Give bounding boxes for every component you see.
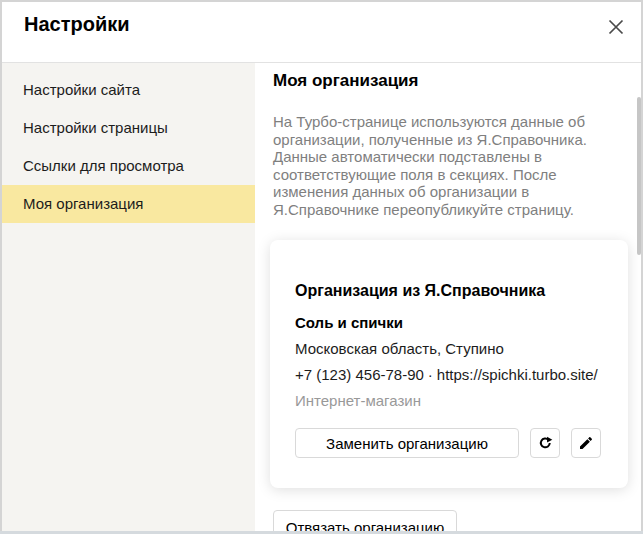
page-title: Моя организация [255, 63, 643, 92]
organization-contact: +7 (123) 456-78-90·https://spichki.turbo… [295, 366, 604, 383]
refresh-button[interactable] [530, 428, 560, 458]
description-text: На Турбо-странице используются данные об… [273, 113, 599, 218]
sidebar-item-preview-links[interactable]: Ссылки для просмотра [0, 147, 255, 185]
organization-name: Соль и спички [295, 314, 604, 331]
dialog-title: Настройки [24, 13, 130, 36]
scrollbar-thumb[interactable] [637, 97, 641, 255]
sidebar-item-site-settings[interactable]: Настройки сайта [0, 71, 255, 109]
replace-organization-button[interactable]: Заменить организацию [295, 428, 519, 458]
dialog-header: Настройки [0, 0, 643, 62]
sidebar-item-page-settings[interactable]: Настройки страницы [0, 109, 255, 147]
refresh-icon [537, 435, 554, 452]
organization-url: https://spichki.turbo.site/ [437, 366, 598, 383]
close-button[interactable] [601, 12, 631, 42]
pencil-icon [578, 435, 594, 451]
content-panel: Моя организация На Турбо-странице исполь… [255, 63, 643, 531]
organization-phone: +7 (123) 456-78-90 [295, 366, 424, 383]
card-title: Организация из Я.Справочника [295, 282, 604, 300]
edit-button[interactable] [571, 428, 601, 458]
organization-address: Московская область, Ступино [295, 340, 604, 357]
sidebar: Настройки сайта Настройки страницы Ссылк… [0, 63, 255, 531]
organization-card: Организация из Я.Справочника Соль и спич… [270, 240, 628, 488]
sidebar-item-my-organization[interactable]: Моя организация [0, 185, 255, 223]
contact-separator: · [424, 366, 437, 383]
close-icon [603, 14, 629, 40]
card-button-row: Заменить организацию [295, 428, 604, 458]
organization-category: Интернет-магазин [295, 392, 604, 409]
